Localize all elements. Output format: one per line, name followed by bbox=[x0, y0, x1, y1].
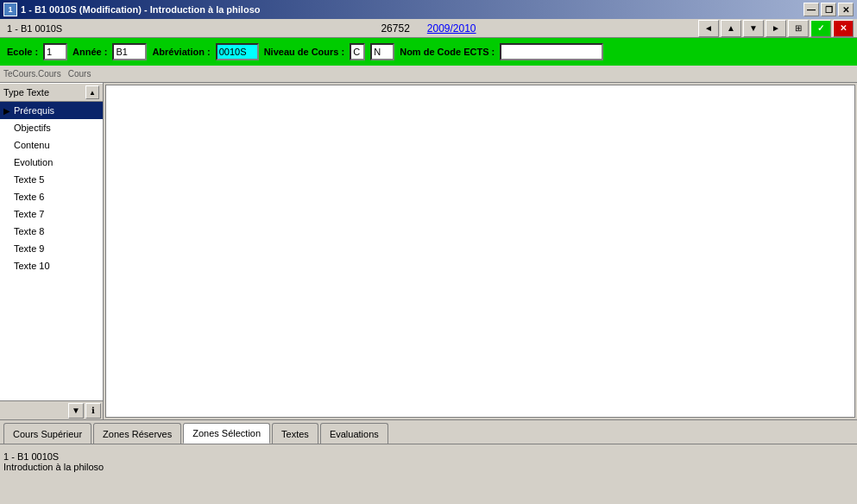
abrev-label: Abréviation : bbox=[152, 47, 210, 57]
nav-up-button[interactable]: ▲ bbox=[721, 20, 741, 37]
record-number: 26752 bbox=[381, 22, 409, 35]
list-info-btn[interactable]: ℹ bbox=[85, 403, 101, 419]
nav-arrows: ◄ ▲ ▼ ► ⊞ bbox=[698, 20, 809, 37]
list-item[interactable]: Texte 8 bbox=[0, 223, 103, 240]
app-icon: 1 bbox=[3, 3, 17, 16]
tabs-bar: Cours Supérieur Zones Réserves Zones Sél… bbox=[0, 419, 857, 444]
title-bar: 1 1 - B1 0010S (Modification) - Introduc… bbox=[0, 0, 857, 19]
list-item[interactable]: Objectifs bbox=[0, 119, 103, 136]
list-arrow-icon: ▶ bbox=[3, 106, 14, 116]
tab-textes[interactable]: Textes bbox=[272, 423, 318, 444]
text-editor[interactable] bbox=[106, 85, 854, 417]
nav-first-button[interactable]: ◄ bbox=[698, 20, 719, 37]
left-panel: Type Texte ▲ ▶ Prérequis Objectifs Conte… bbox=[0, 83, 104, 419]
cancel-button[interactable]: ✕ bbox=[833, 20, 854, 37]
sub-toolbar-left: TeCours.Cours bbox=[3, 69, 61, 79]
text-editor-panel[interactable] bbox=[105, 85, 855, 418]
ects-input[interactable] bbox=[500, 43, 603, 60]
list-header: Type Texte ▲ bbox=[0, 83, 103, 102]
tab-zones-reserves[interactable]: Zones Réserves bbox=[93, 423, 181, 444]
niveau-label: Niveau de Cours : bbox=[264, 47, 345, 57]
list-items[interactable]: ▶ Prérequis Objectifs Contenu Evolution … bbox=[0, 102, 103, 400]
list-header-text: Type Texte bbox=[3, 87, 49, 98]
form-bar: Ecole : Année : Abréviation : Niveau de … bbox=[0, 38, 857, 66]
confirm-button[interactable]: ✓ bbox=[810, 20, 831, 37]
year-link[interactable]: 2009/2010 bbox=[427, 22, 476, 35]
menu-center: 26752 2009/2010 bbox=[381, 22, 476, 35]
abrev-input[interactable] bbox=[216, 43, 259, 60]
list-item[interactable]: ▶ Prérequis bbox=[0, 102, 103, 119]
ecole-label: Ecole : bbox=[7, 47, 38, 57]
list-scroll-down-btn[interactable]: ▼ bbox=[68, 403, 84, 419]
list-item[interactable]: Texte 10 bbox=[0, 257, 103, 274]
tab-cours-superieur[interactable]: Cours Supérieur bbox=[3, 423, 91, 444]
nav-last-button[interactable]: ► bbox=[766, 20, 786, 37]
grid-button[interactable]: ⊞ bbox=[788, 20, 809, 37]
niveau-c-input[interactable] bbox=[350, 43, 365, 60]
nav-down-button[interactable]: ▼ bbox=[743, 20, 764, 37]
menu-bar: 1 - B1 0010S 26752 2009/2010 ◄ ▲ ▼ ► ⊞ ✓… bbox=[0, 19, 857, 38]
list-item[interactable]: Evolution bbox=[0, 154, 103, 171]
list-item[interactable]: Contenu bbox=[0, 136, 103, 154]
main-content: Type Texte ▲ ▶ Prérequis Objectifs Conte… bbox=[0, 83, 857, 419]
list-footer: ▼ ℹ bbox=[0, 400, 103, 419]
window-controls: — ❐ ✕ bbox=[803, 3, 854, 16]
ects-label: Nom de Code ECTS : bbox=[400, 47, 495, 57]
close-button[interactable]: ✕ bbox=[838, 3, 854, 16]
status-bar: 1 - B1 0010S Introduction à la philoso bbox=[0, 444, 857, 478]
list-item[interactable]: Texte 5 bbox=[0, 171, 103, 188]
sub-toolbar-right: Cours bbox=[68, 69, 91, 79]
annee-input[interactable] bbox=[112, 43, 147, 60]
ecole-input[interactable] bbox=[43, 43, 67, 60]
annee-label: Année : bbox=[72, 47, 107, 57]
sub-toolbar: TeCours.Cours Cours bbox=[0, 66, 857, 83]
menu-item-record[interactable]: 1 - B1 0010S bbox=[3, 22, 66, 35]
status-line1: 1 - B1 0010S bbox=[3, 451, 854, 462]
tab-evaluations[interactable]: Evaluations bbox=[320, 423, 388, 444]
window-title: 1 - B1 0010S (Modification) - Introducti… bbox=[21, 4, 260, 15]
status-line2: Introduction à la philoso bbox=[3, 462, 854, 472]
list-item[interactable]: Texte 6 bbox=[0, 188, 103, 205]
list-item[interactable]: Texte 9 bbox=[0, 240, 103, 257]
list-scroll-up[interactable]: ▲ bbox=[85, 85, 99, 99]
minimize-button[interactable]: — bbox=[803, 3, 819, 16]
restore-button[interactable]: ❐ bbox=[821, 3, 836, 16]
list-item[interactable]: Texte 7 bbox=[0, 205, 103, 223]
toolbar-right: ◄ ▲ ▼ ► ⊞ ✓ ✕ bbox=[698, 20, 854, 37]
tab-zones-selection[interactable]: Zones Sélection bbox=[183, 423, 270, 444]
niveau-n-input[interactable] bbox=[370, 43, 394, 60]
